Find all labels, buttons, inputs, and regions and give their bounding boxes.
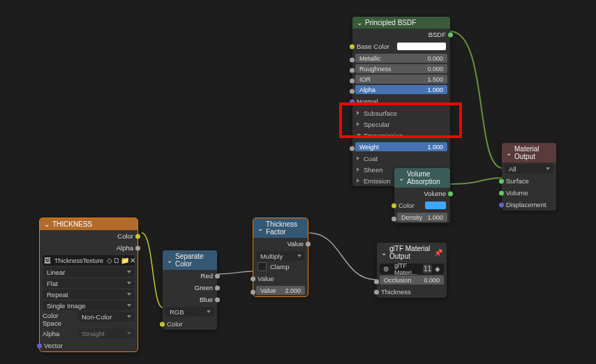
slider-occlusion[interactable]: Occlusion0.000 xyxy=(380,275,444,285)
socket-input[interactable] xyxy=(350,89,355,94)
socket-output[interactable] xyxy=(135,234,140,238)
field-label: Base Color xyxy=(357,43,389,50)
pin-icon[interactable]: 📌 xyxy=(434,248,442,257)
dropdown-value: Straight xyxy=(82,330,105,338)
dropdown-extension[interactable]: Repeat xyxy=(43,289,135,299)
socket-input[interactable] xyxy=(374,289,379,294)
shield-icon[interactable]: ◈ xyxy=(433,264,442,273)
open-icon[interactable]: 📁 xyxy=(121,256,129,265)
output-label: Blue xyxy=(200,296,213,303)
slider-value-b[interactable]: Value2.000 xyxy=(256,286,305,295)
node-header[interactable]: ⌄glTF Material Output📌 xyxy=(377,243,447,262)
slider-ior[interactable]: IOR1.500 xyxy=(355,75,447,84)
dropdown-projection[interactable]: Flat xyxy=(43,278,135,288)
node-gltf-material-output[interactable]: ⌄glTF Material Output📌 ⊚ glTF Materi... … xyxy=(377,243,447,298)
slider-metallic[interactable]: Metallic0.000 xyxy=(355,54,447,63)
dropdown-source[interactable]: Single Image xyxy=(43,301,135,310)
field-label: Value xyxy=(258,275,274,282)
socket-input[interactable] xyxy=(392,217,396,222)
image-icon[interactable]: 🖼 xyxy=(44,256,51,265)
socket-input[interactable] xyxy=(251,276,255,281)
dropdown-operation[interactable]: Multiply xyxy=(256,251,305,261)
color-swatch[interactable] xyxy=(397,43,446,50)
panel-transmission[interactable]: Transmission xyxy=(352,130,450,141)
socket-input[interactable] xyxy=(350,79,355,84)
slider-density[interactable]: Density1.000 xyxy=(397,213,447,222)
dropdown-color-space[interactable]: Non-Color xyxy=(77,312,135,321)
socket-output[interactable] xyxy=(215,297,220,302)
field-label: Thickness xyxy=(381,288,411,296)
dropdown-target[interactable]: All xyxy=(505,164,553,174)
node-title: THICKNESS xyxy=(52,220,92,228)
checkbox-clamp[interactable]: Clamp xyxy=(258,262,304,271)
output-green: Green xyxy=(163,282,217,294)
node-header[interactable]: ⌄Thickness Factor xyxy=(253,218,308,238)
field-label: Vector xyxy=(44,342,63,349)
nodetree-icon[interactable]: ⊚ xyxy=(381,264,391,273)
output-alpha: Alpha xyxy=(40,242,137,254)
socket-output[interactable] xyxy=(448,32,453,37)
panel-subsurface[interactable]: Subsurface xyxy=(352,107,450,119)
unlink-icon[interactable]: ✕ xyxy=(130,256,135,265)
socket-input[interactable] xyxy=(499,190,504,195)
image-datablock-row[interactable]: 🖼 ThicknessTexture ◇ 🗋 📁 ✕ xyxy=(43,255,135,266)
input-base-color: Base Color xyxy=(352,40,450,52)
nodegroup-name-field[interactable]: glTF Materi... xyxy=(392,262,422,276)
socket-output[interactable] xyxy=(215,273,220,278)
dropdown-mode[interactable]: RGB xyxy=(165,307,214,317)
socket-input[interactable] xyxy=(499,202,504,207)
field-value: 1.000 xyxy=(427,214,443,221)
slider-roughness[interactable]: Roughness0.000 xyxy=(355,64,447,73)
node-header[interactable]: ⌄Material Output xyxy=(502,143,556,162)
panel-specular[interactable]: Specular xyxy=(352,119,450,130)
field-label: Weight xyxy=(359,144,379,151)
dropdown-alpha-mode[interactable]: Straight xyxy=(77,328,135,338)
field-label: Volume xyxy=(506,189,528,197)
socket-input[interactable] xyxy=(37,343,42,348)
socket-output[interactable] xyxy=(306,241,311,246)
socket-input[interactable] xyxy=(350,68,355,73)
node-volume-absorption[interactable]: ⌄Volume Absorption Volume Color Density1… xyxy=(394,168,450,223)
color-swatch[interactable] xyxy=(425,202,446,209)
node-principled-bsdf[interactable]: ⌄Principled BSDF BSDF Base Color Metalli… xyxy=(352,17,450,186)
panel-label: Coat xyxy=(364,155,378,162)
input-volume: Volume xyxy=(502,187,556,199)
image-name-field[interactable]: ThicknessTexture xyxy=(52,257,106,264)
node-header[interactable]: ⌄Principled BSDF xyxy=(352,17,450,29)
panel-coat[interactable]: Coat xyxy=(352,153,450,164)
socket-input[interactable] xyxy=(350,146,355,151)
socket-input[interactable] xyxy=(160,321,165,326)
field-label: Displacement xyxy=(506,201,546,208)
node-separate-color[interactable]: ⌄Separate Color Red Green Blue RGB Color xyxy=(163,250,217,330)
input-color: Color xyxy=(163,318,217,330)
panel-label: Emission xyxy=(364,177,391,185)
node-image-texture-thickness[interactable]: ⌄THICKNESS Color Alpha 🖼 ThicknessTextur… xyxy=(40,218,137,351)
node-material-output[interactable]: ⌄Material Output All Surface Volume Disp… xyxy=(502,143,556,211)
node-header[interactable]: ⌄Volume Absorption xyxy=(394,168,450,188)
slider-alpha[interactable]: Alpha1.000 xyxy=(355,85,447,94)
socket-input[interactable] xyxy=(350,58,355,63)
slider-transmission-weight[interactable]: Weight1.000 xyxy=(355,142,447,151)
field-label: Roughness xyxy=(359,66,392,73)
socket-input[interactable] xyxy=(499,179,504,183)
users-icon[interactable]: ◇ xyxy=(107,256,112,265)
socket-input[interactable] xyxy=(350,44,355,49)
nodegroup-datablock-row[interactable]: ⊚ glTF Materi... 11 ◈ xyxy=(380,264,444,274)
field-label: Color xyxy=(398,202,415,209)
socket-output[interactable] xyxy=(448,191,453,196)
socket-output[interactable] xyxy=(135,245,140,250)
dropdown-interpolation[interactable]: Linear xyxy=(43,267,135,277)
dropdown-value: Linear xyxy=(47,268,65,276)
field-value: 1.000 xyxy=(427,86,443,93)
new-icon[interactable]: 🗋 xyxy=(113,256,120,265)
socket-input[interactable] xyxy=(392,203,396,208)
node-header[interactable]: ⌄THICKNESS xyxy=(40,218,137,230)
socket-input[interactable] xyxy=(350,99,355,104)
row-color-space: Color SpaceNon-Color xyxy=(43,312,135,327)
node-thickness-factor[interactable]: ⌄Thickness Factor Value Multiply Clamp V… xyxy=(253,218,308,296)
socket-input[interactable] xyxy=(251,290,255,295)
socket-output[interactable] xyxy=(215,285,220,290)
users-count[interactable]: 11 xyxy=(423,264,432,273)
node-header[interactable]: ⌄Separate Color xyxy=(163,250,217,270)
socket-input[interactable] xyxy=(374,280,379,285)
